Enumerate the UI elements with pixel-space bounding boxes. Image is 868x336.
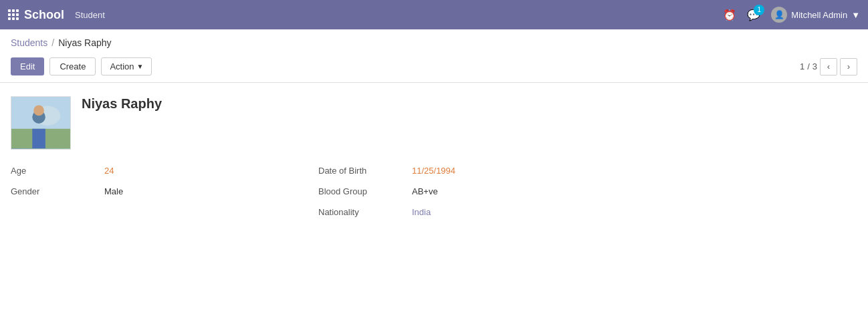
fields-container: Age 24 Gender Male Date of Birth 11/25/1… — [11, 166, 857, 241]
app-logo[interactable]: School — [8, 8, 64, 22]
header-right: ⏰ 💬 1 👤 Mitchell Admin ▼ — [723, 7, 860, 23]
toolbar: Edit Create Action ▼ 1 / 3 ‹ › — [0, 53, 868, 82]
nationality-value[interactable]: India — [412, 207, 431, 217]
user-menu[interactable]: 👤 Mitchell Admin ▼ — [771, 7, 860, 23]
action-caret: ▼ — [137, 63, 144, 70]
svg-point-5 — [33, 106, 44, 116]
gender-label: Gender — [11, 186, 104, 196]
user-menu-caret: ▼ — [851, 10, 860, 20]
record-name-container: Niyas Raphy — [82, 96, 162, 112]
blood-group-value: AB+ve — [412, 186, 438, 196]
app-name: School — [24, 8, 64, 22]
svg-rect-4 — [32, 129, 45, 148]
field-age: Age 24 — [11, 166, 278, 176]
edit-button[interactable]: Edit — [11, 57, 44, 75]
fields-left: Age 24 Gender Male — [11, 166, 278, 228]
pagination-next[interactable]: › — [840, 58, 857, 75]
avatar: 👤 — [771, 7, 787, 23]
pagination-current: 1 — [800, 61, 804, 71]
pagination-separator: / — [807, 61, 810, 71]
breadcrumb: Students / Niyas Raphy — [0, 29, 868, 53]
field-blood-group: Blood Group AB+ve — [318, 186, 653, 196]
nav-student[interactable]: Student — [75, 10, 105, 20]
breadcrumb-current: Niyas Raphy — [58, 37, 111, 48]
chat-icon[interactable]: 💬 1 — [747, 9, 760, 21]
clock-icon[interactable]: ⏰ — [723, 9, 736, 21]
notification-badge: 1 — [754, 5, 764, 15]
record-header: Niyas Raphy — [11, 96, 857, 150]
main-content: Students / Niyas Raphy Edit Create Actio… — [0, 29, 868, 336]
breadcrumb-parent[interactable]: Students — [11, 37, 47, 48]
nationality-label: Nationality — [318, 207, 412, 217]
field-dob: Date of Birth 11/25/1994 — [318, 166, 653, 176]
breadcrumb-separator: / — [51, 37, 54, 48]
create-button[interactable]: Create — [49, 57, 96, 75]
fields-right: Date of Birth 11/25/1994 Blood Group AB+… — [318, 166, 653, 228]
pagination-prev[interactable]: ‹ — [820, 58, 837, 75]
grid-icon — [8, 9, 19, 20]
blood-group-label: Blood Group — [318, 186, 412, 196]
record-container: Niyas Raphy Age 24 Gender Male Date of B… — [0, 83, 868, 255]
field-nationality: Nationality India — [318, 207, 653, 217]
gender-value: Male — [104, 186, 123, 196]
pagination-total: 3 — [812, 61, 817, 71]
profile-photo — [11, 96, 71, 150]
dob-label: Date of Birth — [318, 166, 412, 176]
action-button[interactable]: Action ▼ — [101, 57, 152, 75]
user-name: Mitchell Admin — [791, 10, 847, 20]
age-value[interactable]: 24 — [104, 166, 114, 176]
action-label: Action — [110, 61, 134, 71]
dob-value[interactable]: 11/25/1994 — [412, 166, 455, 176]
age-label: Age — [11, 166, 104, 176]
record-name: Niyas Raphy — [82, 94, 162, 111]
photo-placeholder — [11, 97, 70, 149]
pagination: 1 / 3 ‹ › — [800, 58, 857, 75]
field-gender: Gender Male — [11, 186, 278, 196]
app-header: School Student ⏰ 💬 1 👤 Mitchell Admin ▼ — [0, 0, 868, 29]
